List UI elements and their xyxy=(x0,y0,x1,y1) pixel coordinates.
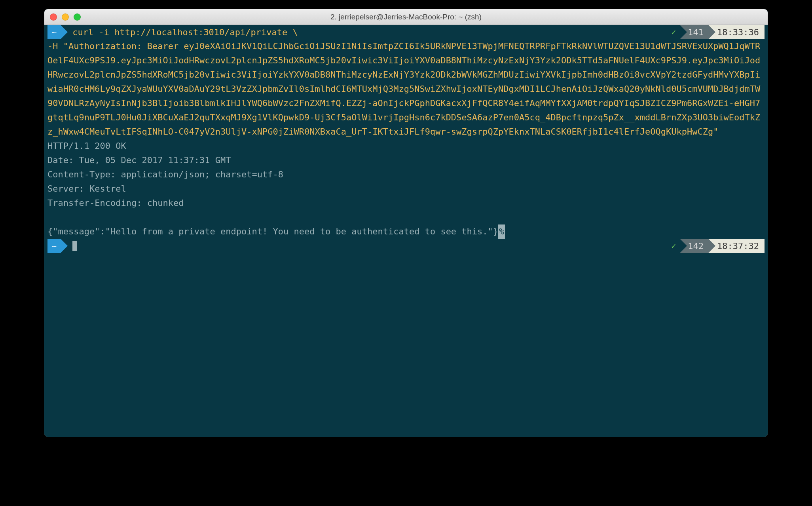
command-counter: 141 xyxy=(680,25,708,39)
command-counter-2: 142 xyxy=(680,239,708,253)
timestamp-2: 18:37:32 xyxy=(708,239,765,253)
terminal-body[interactable]: ~ curl -i http://localhost:3010/api/priv… xyxy=(44,25,768,437)
http-date: Date: Tue, 05 Dec 2017 11:37:31 GMT xyxy=(44,153,768,167)
window-title: 2. jerriepelser@Jerries-MacBook-Pro: ~ (… xyxy=(44,13,768,21)
prompt-line-2: ~ ✓ 142 18:37:32 xyxy=(44,239,768,253)
http-transfer-encoding: Transfer-Encoding: chunked xyxy=(44,196,768,210)
cursor-icon xyxy=(72,241,77,251)
check-icon: ✓ xyxy=(671,27,680,37)
prompt-dir-badge: ~ xyxy=(47,25,61,39)
eol-marker: % xyxy=(498,224,505,239)
http-body: {"message":"Hello from a private endpoin… xyxy=(44,224,768,239)
terminal-window: 2. jerriepelser@Jerries-MacBook-Pro: ~ (… xyxy=(44,9,768,437)
prompt-dir: ~ xyxy=(51,27,57,37)
prompt-line-1: ~ curl -i http://localhost:3010/api/priv… xyxy=(44,25,768,39)
http-status: HTTP/1.1 200 OK xyxy=(44,139,768,153)
check-icon-2: ✓ xyxy=(671,241,680,251)
right-status-1: ✓ 141 18:33:36 xyxy=(671,25,765,39)
right-status-2: ✓ 142 18:37:32 xyxy=(671,239,765,253)
auth-header-block: -H "Authorization: Bearer eyJ0eXAiOiJKV1… xyxy=(44,39,768,139)
blank-line xyxy=(44,210,768,224)
command-text: curl -i http://localhost:3010/api/privat… xyxy=(61,27,298,37)
prompt-dir-2: ~ xyxy=(51,241,57,251)
timestamp: 18:33:36 xyxy=(708,25,765,39)
http-server: Server: Kestrel xyxy=(44,182,768,196)
prompt-dir-badge-2: ~ xyxy=(47,239,61,253)
http-content-type: Content-Type: application/json; charset=… xyxy=(44,167,768,182)
titlebar[interactable]: 2. jerriepelser@Jerries-MacBook-Pro: ~ (… xyxy=(44,9,768,25)
http-body-text: {"message":"Hello from a private endpoin… xyxy=(47,226,498,236)
